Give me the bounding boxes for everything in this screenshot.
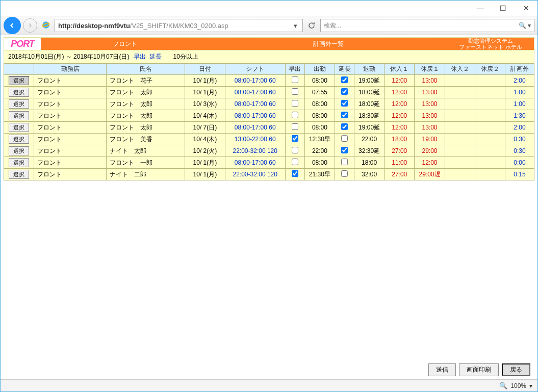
cell-plangai: 0:00	[505, 157, 534, 169]
cell-shop: フロント	[34, 122, 107, 134]
search-input[interactable]: 検索... 🔍 ▾	[320, 19, 534, 32]
hayade-checkbox[interactable]	[292, 100, 298, 107]
cell-kyumodori1: 29:00	[415, 145, 445, 157]
select-button[interactable]: 選択	[9, 135, 29, 144]
cell-encho	[335, 145, 354, 157]
cell-date: 10/ 1(月)	[185, 75, 225, 87]
cell-encho	[335, 157, 354, 169]
maximize-button[interactable]: ☐	[492, 1, 515, 15]
overtime-table: 勤務店氏名日付シフト早出出勤延長退勤休入１休戻１休入２休戻２計画外 選択フロント…	[4, 63, 534, 180]
cell-shift[interactable]: 08:00-17:00 60	[225, 157, 285, 169]
forward-button[interactable]	[23, 18, 37, 33]
address-dropdown-icon[interactable]: ▾	[292, 22, 299, 30]
cell-select: 選択	[4, 134, 34, 145]
hayade-checkbox[interactable]	[292, 159, 298, 165]
select-button[interactable]: 選択	[9, 170, 29, 179]
cell-date: 10/ 2(火)	[185, 145, 225, 157]
cell-kyumodori2	[475, 75, 505, 87]
table-row: 選択フロントフロント 太郎10/ 4(木)08:00-17:00 6008:00…	[4, 110, 534, 122]
search-icon[interactable]: 🔍 ▾	[519, 22, 531, 29]
cell-date: 10/ 4(木)	[185, 110, 225, 122]
cell-hayade	[285, 134, 304, 145]
header-section-system: 勤怠管理システム ファーストネット ホテル	[447, 38, 534, 50]
col-header: 日付	[185, 64, 225, 75]
encho-checkbox[interactable]	[341, 123, 348, 130]
hayade-checkbox[interactable]	[292, 112, 298, 118]
select-button[interactable]: 選択	[9, 158, 29, 167]
send-button[interactable]: 送信	[428, 363, 456, 376]
cell-shift[interactable]: 08:00-17:00 60	[225, 98, 285, 110]
select-button[interactable]: 選択	[9, 88, 29, 97]
filter-hayade-link[interactable]: 早出	[134, 53, 146, 60]
cell-kyumodori2	[475, 98, 505, 110]
cell-kyumodori2	[475, 157, 505, 169]
back-button[interactable]	[4, 17, 21, 34]
select-button[interactable]: 選択	[9, 111, 29, 120]
encho-checkbox[interactable]	[341, 100, 348, 107]
cell-name: フロント 太郎	[107, 122, 185, 134]
cell-name: フロント 太郎	[107, 98, 185, 110]
cell-shift[interactable]: 08:00-17:00 60	[225, 110, 285, 122]
cell-kyuin2	[445, 157, 475, 169]
select-button[interactable]: 選択	[9, 146, 29, 155]
select-button[interactable]: 選択	[9, 123, 29, 132]
cell-syukkin: 08:00	[304, 122, 335, 134]
encho-checkbox[interactable]	[341, 147, 348, 153]
cell-shift[interactable]: 08:00-17:00 60	[225, 122, 285, 134]
cell-shift[interactable]: 13:00-22:00 60	[225, 134, 285, 145]
col-header: 休入１	[385, 64, 415, 75]
cell-kyumodori1: 13:00	[415, 122, 445, 134]
select-button[interactable]: 選択	[9, 99, 29, 109]
encho-checkbox[interactable]	[341, 112, 348, 118]
minimize-button[interactable]: —	[469, 1, 492, 15]
cell-kyuin2	[445, 98, 475, 110]
zoom-dropdown-icon[interactable]: ▾	[529, 382, 532, 389]
encho-checkbox[interactable]	[341, 76, 348, 83]
print-button[interactable]: 画面印刷	[459, 363, 499, 376]
cell-kyumodori1: 29:00遅	[415, 169, 445, 180]
close-button[interactable]: ✕	[515, 1, 537, 15]
cell-shift[interactable]: 22:00-32:00 120	[225, 145, 285, 157]
encho-checkbox[interactable]	[341, 159, 348, 165]
cell-date: 10/ 3(水)	[185, 98, 225, 110]
table-row: 選択フロントナイト 二郎10/ 1(月)22:00-32:00 12021:30…	[4, 169, 534, 180]
cell-name: フロント 花子	[107, 75, 185, 87]
cell-kyumodori1: 13:00	[415, 110, 445, 122]
encho-checkbox[interactable]	[341, 88, 348, 95]
cell-hayade	[285, 98, 304, 110]
cell-select: 選択	[4, 157, 34, 169]
cell-shop: フロント	[34, 75, 107, 87]
cell-taikin: 19:00延	[354, 75, 384, 87]
hayade-checkbox[interactable]	[292, 123, 298, 130]
table-row: 選択フロントフロント 太郎10/ 1(月)08:00-17:00 6007:55…	[4, 87, 534, 98]
cell-encho	[335, 75, 354, 87]
address-bar[interactable]: http://desktop-nmf9vtu/V25_SHIFT/KM/KM03…	[55, 19, 303, 32]
cell-encho	[335, 134, 354, 145]
cell-taikin: 32:00	[354, 169, 384, 180]
hayade-checkbox[interactable]	[292, 76, 298, 83]
hayade-checkbox[interactable]	[292, 88, 298, 95]
cell-plangai: 2:00	[505, 75, 534, 87]
cell-hayade	[285, 87, 304, 98]
encho-checkbox[interactable]	[341, 135, 348, 142]
cell-select: 選択	[4, 169, 34, 180]
hayade-checkbox[interactable]	[292, 135, 298, 142]
filter-encho-link[interactable]: 延長	[149, 53, 162, 60]
cell-select: 選択	[4, 75, 34, 87]
cell-shift[interactable]: 08:00-17:00 60	[225, 75, 285, 87]
hayade-checkbox[interactable]	[292, 170, 298, 177]
select-button[interactable]: 選択	[9, 76, 29, 85]
cell-encho	[335, 169, 354, 180]
back-page-button[interactable]: 戻る	[502, 363, 530, 376]
hayade-checkbox[interactable]	[292, 147, 298, 153]
cell-plangai: 0:30	[505, 134, 534, 145]
cell-shift[interactable]: 08:00-17:00 60	[225, 87, 285, 98]
cell-shift[interactable]: 22:00-32:00 120	[225, 169, 285, 180]
cell-plangai: 1:30	[505, 110, 534, 122]
zoom-level: 100%	[510, 382, 526, 389]
zoom-icon[interactable]: 🔍	[499, 382, 507, 389]
encho-checkbox[interactable]	[341, 170, 348, 177]
refresh-button[interactable]	[305, 19, 318, 32]
cell-date: 10/ 4(木)	[185, 134, 225, 145]
cell-date: 10/ 7(日)	[185, 122, 225, 134]
